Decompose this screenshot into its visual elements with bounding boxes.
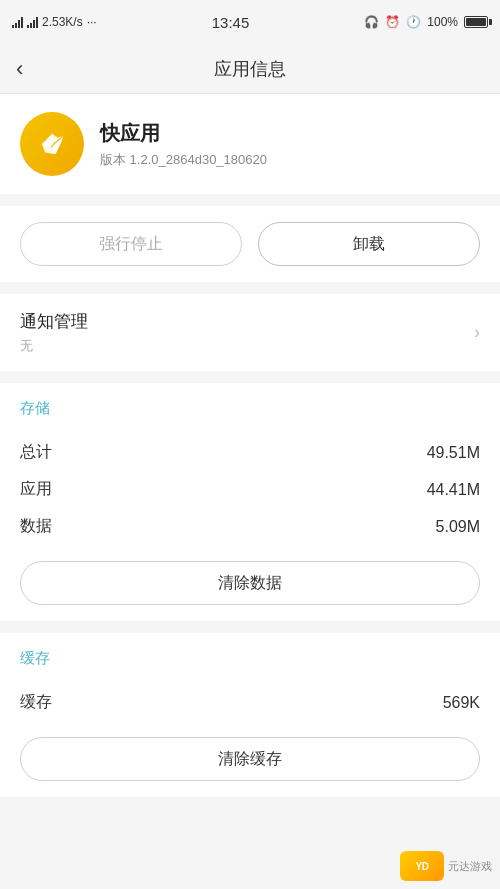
back-button[interactable]: ‹	[16, 56, 23, 82]
watermark-logo-text: YD	[416, 861, 429, 872]
cache-section: 缓存 缓存 569K 清除缓存	[0, 633, 500, 797]
storage-label-data: 数据	[20, 516, 52, 537]
clear-data-button[interactable]: 清除数据	[20, 561, 480, 605]
storage-value-data: 5.09M	[436, 518, 480, 536]
cache-row: 缓存 569K	[20, 684, 480, 721]
storage-row-app: 应用 44.41M	[20, 471, 480, 508]
notification-subtitle: 无	[20, 337, 88, 355]
notification-info: 通知管理 无	[20, 310, 88, 355]
notification-title: 通知管理	[20, 310, 88, 333]
storage-row-data: 数据 5.09M	[20, 508, 480, 545]
page-title: 应用信息	[214, 57, 286, 81]
app-info-section: 快应用 版本 1.2.0_2864d30_180620	[0, 94, 500, 194]
app-version: 版本 1.2.0_2864d30_180620	[100, 151, 480, 169]
status-time: 13:45	[212, 14, 250, 31]
storage-section-title: 存储	[20, 399, 480, 418]
action-buttons: 强行停止 卸载	[0, 206, 500, 282]
force-stop-button[interactable]: 强行停止	[20, 222, 242, 266]
status-right: 🎧 ⏰ 🕐 100%	[364, 15, 488, 29]
storage-value-total: 49.51M	[427, 444, 480, 462]
uninstall-button[interactable]: 卸载	[258, 222, 480, 266]
watermark: YD 元达游戏	[400, 851, 492, 881]
network-speed: 2.53K/s	[42, 15, 83, 29]
notification-section[interactable]: 通知管理 无 ›	[0, 294, 500, 371]
status-bar: 2.53K/s ··· 13:45 🎧 ⏰ 🕐 100%	[0, 0, 500, 44]
storage-value-app: 44.41M	[427, 481, 480, 499]
app-name: 快应用	[100, 120, 480, 147]
storage-section: 存储 总计 49.51M 应用 44.41M 数据 5.09M 清除数据	[0, 383, 500, 621]
clear-cache-button[interactable]: 清除缓存	[20, 737, 480, 781]
headphone-icon: 🎧	[364, 15, 379, 29]
app-logo-icon	[35, 127, 69, 161]
battery-label: 100%	[427, 15, 458, 29]
chevron-right-icon: ›	[474, 322, 480, 343]
alarm-icon: ⏰	[385, 15, 400, 29]
cache-section-title: 缓存	[20, 649, 480, 668]
battery-icon	[464, 16, 488, 28]
cache-value: 569K	[443, 694, 480, 712]
cache-label: 缓存	[20, 692, 52, 713]
watermark-text: 元达游戏	[448, 859, 492, 874]
ellipsis: ···	[87, 15, 97, 29]
app-details: 快应用 版本 1.2.0_2864d30_180620	[100, 120, 480, 169]
clock-icon: 🕐	[406, 15, 421, 29]
content: 快应用 版本 1.2.0_2864d30_180620 强行停止 卸载 通知管理…	[0, 94, 500, 797]
storage-label-app: 应用	[20, 479, 52, 500]
app-icon	[20, 112, 84, 176]
storage-label-total: 总计	[20, 442, 52, 463]
storage-row-total: 总计 49.51M	[20, 434, 480, 471]
nav-bar: ‹ 应用信息	[0, 44, 500, 94]
status-left: 2.53K/s ···	[12, 15, 97, 29]
watermark-logo: YD	[400, 851, 444, 881]
signal-icon-2	[27, 16, 38, 28]
signal-icon-1	[12, 16, 23, 28]
